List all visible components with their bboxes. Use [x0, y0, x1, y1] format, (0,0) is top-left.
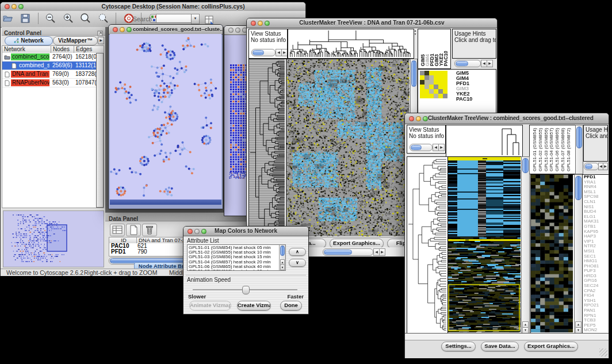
toolbar-separator — [38, 13, 39, 24]
column-label[interactable]: GPL51-01 (GSM854) — [532, 128, 537, 171]
usage-hints-scrollbar[interactable] — [584, 163, 599, 170]
network-window-bottom-bar[interactable] — [110, 200, 221, 205]
view-status-scrollbar[interactable] — [410, 144, 433, 151]
usage-hints-title: Usage Hints — [584, 125, 607, 133]
column-label[interactable]: GPL51-06 (GSM865) — [554, 128, 560, 171]
column-header-network[interactable]: Network — [2, 46, 51, 53]
network-overview-panel — [3, 210, 104, 267]
row-dendrogram-canvas[interactable] — [407, 157, 446, 332]
usage-hints-title: Usage Hints — [453, 29, 496, 37]
network-overview-canvas[interactable] — [5, 212, 102, 266]
network-list-scrollbar[interactable] — [96, 53, 104, 208]
minimize-button[interactable] — [235, 28, 240, 33]
column-dendrogram-panel — [288, 29, 414, 59]
row-dendrogram-panel — [407, 156, 448, 334]
scroll-right-button[interactable]: ▶ — [379, 248, 385, 256]
zoom-selected-button[interactable] — [79, 12, 92, 25]
usage-hints-panel: Usage Hints Click and drag to — [583, 125, 608, 162]
move-down-button[interactable]: ∨ — [289, 259, 306, 267]
column-label[interactable]: PAC10 — [443, 51, 449, 66]
close-button[interactable] — [228, 28, 234, 33]
column-dendrogram-canvas[interactable] — [288, 29, 412, 57]
zoom-out-button[interactable] — [44, 12, 57, 25]
mini-heatmap[interactable] — [420, 71, 447, 98]
network-view-window-1: combined_scores_good.txt--cluste... — [108, 24, 223, 209]
usage-hints-panel: Usage Hints Click and drag to — [452, 29, 496, 59]
gene-label[interactable]: MON2 — [584, 328, 609, 333]
delete-attribute-icon[interactable] — [142, 224, 157, 236]
view-status-text: No status info for — [407, 133, 445, 139]
heatmap-vscrollbar[interactable]: ▲ ▼ — [521, 156, 530, 334]
scroll-right-button[interactable]: ▶ — [281, 49, 288, 56]
attribute-select-icon[interactable] — [110, 224, 125, 236]
scroll-right-button[interactable]: ▶ — [487, 60, 493, 67]
resize-grip[interactable] — [599, 348, 607, 357]
animate-vizmap-button[interactable]: Animate Vizmap — [189, 301, 231, 311]
heatmap-canvas[interactable] — [448, 157, 521, 332]
column-label[interactable]: GPL51-02 (GSM855) — [538, 128, 543, 171]
tree-scroll-arrows[interactable]: ▲▼ — [414, 29, 417, 58]
network-table: NetworkNodesEdges combined_scores2764(0)… — [2, 45, 104, 208]
column-header-edges[interactable]: Edges — [74, 46, 104, 53]
attribute-list-label: Attribute List — [187, 237, 219, 244]
zoom-vscrollbar[interactable]: ▲ ▼ — [574, 174, 583, 334]
treeview-dna-title: ClusterMaker TreeView : DNA and Tran 07-… — [247, 18, 497, 28]
column-header-nodes[interactable]: Nodes — [51, 46, 74, 53]
settings--button[interactable]: Settings... — [441, 342, 476, 351]
gene-label-list: PFD1YRA1RNR4MSL1SPC98CLN1NIS1BUD4ELG1MAK… — [582, 174, 609, 334]
column-label[interactable]: GPL51-03 (GSM856) — [544, 128, 549, 171]
column-label[interactable]: GPL51-08 (GSM872) — [566, 128, 571, 171]
move-up-button[interactable]: ∧ — [289, 248, 306, 256]
slider-thumb[interactable] — [242, 286, 250, 294]
attribute-list-item[interactable]: GPL51-07 (GSM868) heat shock 60 min — [188, 269, 285, 271]
done-button[interactable]: Done — [280, 301, 302, 311]
tab-vizmapper[interactable]: VizMapper™ — [53, 36, 98, 45]
heatmap-hscrollbar[interactable] — [323, 248, 373, 256]
treeview-scores-title: ClusterMaker TreeView : combined_scores_… — [405, 113, 609, 124]
column-dendrogram-canvas[interactable] — [446, 125, 521, 155]
column-label[interactable]: GPL51-07 (GSM868) — [560, 128, 565, 171]
usage-hints-text: Click and drag to — [584, 133, 607, 139]
dna-column-labels-panel: GIM5GIM4PFD1GIM3YKE2PAC10 — [418, 29, 451, 69]
network-name: combined_scores — [11, 53, 49, 60]
main-titlebar[interactable]: Cytoscape Desktop (Session Name: collins… — [1, 2, 305, 12]
heatmap-canvas[interactable] — [286, 59, 410, 236]
network-tree-row[interactable]: RNAPuberNov2+563(0)107847(0) — [2, 79, 104, 87]
scores-button-bar: Settings...Save Data...Export Graphics..… — [405, 340, 609, 358]
export-graphics--button[interactable]: Export Graphics... — [524, 342, 578, 351]
network-tree-row[interactable]: combined_sco2569(6)13112(15) — [2, 62, 104, 70]
open-session-button[interactable] — [2, 12, 14, 25]
zoom-fit-button[interactable] — [97, 12, 110, 25]
network-view-canvas-1[interactable] — [110, 34, 221, 200]
zoom-heatmap-canvas[interactable] — [531, 175, 573, 332]
search-label: Search: — [133, 16, 154, 22]
new-attribute-icon[interactable] — [126, 224, 141, 236]
view-status-scrollbar[interactable] — [251, 49, 276, 56]
search-dropdown-button[interactable]: ▼ — [191, 14, 200, 24]
save-session-button[interactable] — [19, 12, 32, 25]
gene-value: 790 — [137, 248, 147, 255]
scroll-right-button[interactable]: ▶ — [603, 163, 608, 170]
save-data--button[interactable]: Save Data... — [481, 342, 519, 351]
search-input[interactable] — [156, 14, 192, 23]
tab-overflow-button[interactable]: ▶ — [98, 37, 104, 44]
network-tree-row[interactable]: DNA and Tran 07769(0)183728(0) — [2, 70, 104, 79]
view-status-text: No status info for — [249, 37, 287, 43]
attribute-list-scrollbar[interactable]: ▲ ▼ — [279, 245, 285, 270]
network-tree-row[interactable]: combined_scores2764(0)16218(0) — [2, 53, 104, 62]
faster-label: Faster — [287, 294, 304, 300]
column-labels-vscrollbar[interactable] — [575, 125, 583, 174]
row-dendrogram-canvas[interactable] — [249, 59, 285, 236]
gene-id: PFD1 — [109, 249, 137, 255]
column-label[interactable]: GPL51-04 (GSM857) — [549, 128, 554, 171]
zoom-in-button[interactable] — [62, 12, 75, 25]
dna-row-labels: GIM5GIM4PFD1GIM3YKE2PAC10 — [456, 71, 472, 102]
usage-hints-scrollbar[interactable] — [454, 60, 481, 67]
scroll-right-button[interactable]: ▶ — [438, 144, 445, 151]
animation-speed-slider[interactable] — [193, 286, 297, 294]
create-vizmap-button[interactable]: Create Vizmap — [237, 301, 271, 311]
node-count: 2569(6) — [52, 62, 75, 70]
attribute-list[interactable]: GPL51-01 (GSM854) heat shock 05 minGPL51… — [187, 244, 286, 271]
tab-network[interactable]: Network — [5, 36, 53, 45]
row-label[interactable]: PAC10 — [456, 97, 472, 102]
